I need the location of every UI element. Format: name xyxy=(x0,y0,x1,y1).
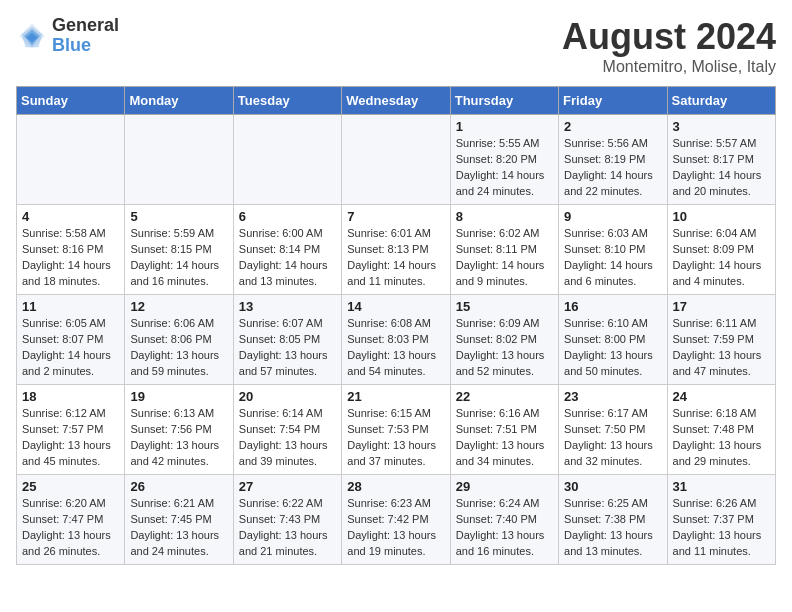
calendar-cell: 13Sunrise: 6:07 AM Sunset: 8:05 PM Dayli… xyxy=(233,295,341,385)
day-info: Sunrise: 6:05 AM Sunset: 8:07 PM Dayligh… xyxy=(22,316,119,380)
calendar-cell: 2Sunrise: 5:56 AM Sunset: 8:19 PM Daylig… xyxy=(559,115,667,205)
calendar-cell: 27Sunrise: 6:22 AM Sunset: 7:43 PM Dayli… xyxy=(233,475,341,565)
day-info: Sunrise: 6:12 AM Sunset: 7:57 PM Dayligh… xyxy=(22,406,119,470)
calendar-cell: 22Sunrise: 6:16 AM Sunset: 7:51 PM Dayli… xyxy=(450,385,558,475)
day-info: Sunrise: 6:02 AM Sunset: 8:11 PM Dayligh… xyxy=(456,226,553,290)
day-number: 31 xyxy=(673,479,770,494)
day-number: 18 xyxy=(22,389,119,404)
calendar-cell: 20Sunrise: 6:14 AM Sunset: 7:54 PM Dayli… xyxy=(233,385,341,475)
week-row-5: 25Sunrise: 6:20 AM Sunset: 7:47 PM Dayli… xyxy=(17,475,776,565)
calendar-cell: 14Sunrise: 6:08 AM Sunset: 8:03 PM Dayli… xyxy=(342,295,450,385)
day-info: Sunrise: 6:14 AM Sunset: 7:54 PM Dayligh… xyxy=(239,406,336,470)
calendar-cell: 26Sunrise: 6:21 AM Sunset: 7:45 PM Dayli… xyxy=(125,475,233,565)
calendar-cell: 9Sunrise: 6:03 AM Sunset: 8:10 PM Daylig… xyxy=(559,205,667,295)
day-info: Sunrise: 6:08 AM Sunset: 8:03 PM Dayligh… xyxy=(347,316,444,380)
calendar-cell: 10Sunrise: 6:04 AM Sunset: 8:09 PM Dayli… xyxy=(667,205,775,295)
calendar-cell: 7Sunrise: 6:01 AM Sunset: 8:13 PM Daylig… xyxy=(342,205,450,295)
logo-text: General Blue xyxy=(52,16,119,56)
calendar-cell: 25Sunrise: 6:20 AM Sunset: 7:47 PM Dayli… xyxy=(17,475,125,565)
day-info: Sunrise: 6:03 AM Sunset: 8:10 PM Dayligh… xyxy=(564,226,661,290)
day-number: 13 xyxy=(239,299,336,314)
calendar-cell: 8Sunrise: 6:02 AM Sunset: 8:11 PM Daylig… xyxy=(450,205,558,295)
calendar-table: SundayMondayTuesdayWednesdayThursdayFrid… xyxy=(16,86,776,565)
weekday-header-wednesday: Wednesday xyxy=(342,87,450,115)
calendar-cell: 1Sunrise: 5:55 AM Sunset: 8:20 PM Daylig… xyxy=(450,115,558,205)
day-number: 7 xyxy=(347,209,444,224)
day-number: 24 xyxy=(673,389,770,404)
day-number: 12 xyxy=(130,299,227,314)
weekday-header-friday: Friday xyxy=(559,87,667,115)
logo: General Blue xyxy=(16,16,119,56)
day-number: 3 xyxy=(673,119,770,134)
calendar-cell: 29Sunrise: 6:24 AM Sunset: 7:40 PM Dayli… xyxy=(450,475,558,565)
day-number: 26 xyxy=(130,479,227,494)
day-info: Sunrise: 6:16 AM Sunset: 7:51 PM Dayligh… xyxy=(456,406,553,470)
day-number: 15 xyxy=(456,299,553,314)
day-number: 11 xyxy=(22,299,119,314)
week-row-4: 18Sunrise: 6:12 AM Sunset: 7:57 PM Dayli… xyxy=(17,385,776,475)
calendar-cell: 28Sunrise: 6:23 AM Sunset: 7:42 PM Dayli… xyxy=(342,475,450,565)
day-number: 29 xyxy=(456,479,553,494)
day-number: 16 xyxy=(564,299,661,314)
calendar-cell xyxy=(125,115,233,205)
day-number: 1 xyxy=(456,119,553,134)
title-block: August 2024 Montemitro, Molise, Italy xyxy=(562,16,776,76)
day-info: Sunrise: 6:22 AM Sunset: 7:43 PM Dayligh… xyxy=(239,496,336,560)
calendar-cell xyxy=(233,115,341,205)
day-number: 19 xyxy=(130,389,227,404)
day-info: Sunrise: 5:58 AM Sunset: 8:16 PM Dayligh… xyxy=(22,226,119,290)
main-title: August 2024 xyxy=(562,16,776,58)
day-info: Sunrise: 6:21 AM Sunset: 7:45 PM Dayligh… xyxy=(130,496,227,560)
week-row-1: 1Sunrise: 5:55 AM Sunset: 8:20 PM Daylig… xyxy=(17,115,776,205)
day-number: 23 xyxy=(564,389,661,404)
day-info: Sunrise: 6:13 AM Sunset: 7:56 PM Dayligh… xyxy=(130,406,227,470)
calendar-cell xyxy=(342,115,450,205)
day-info: Sunrise: 5:55 AM Sunset: 8:20 PM Dayligh… xyxy=(456,136,553,200)
day-number: 14 xyxy=(347,299,444,314)
day-number: 2 xyxy=(564,119,661,134)
day-number: 4 xyxy=(22,209,119,224)
subtitle: Montemitro, Molise, Italy xyxy=(562,58,776,76)
day-info: Sunrise: 6:06 AM Sunset: 8:06 PM Dayligh… xyxy=(130,316,227,380)
weekday-header-saturday: Saturday xyxy=(667,87,775,115)
calendar-cell: 5Sunrise: 5:59 AM Sunset: 8:15 PM Daylig… xyxy=(125,205,233,295)
day-number: 10 xyxy=(673,209,770,224)
weekday-header-sunday: Sunday xyxy=(17,87,125,115)
calendar-cell: 18Sunrise: 6:12 AM Sunset: 7:57 PM Dayli… xyxy=(17,385,125,475)
day-info: Sunrise: 6:25 AM Sunset: 7:38 PM Dayligh… xyxy=(564,496,661,560)
day-info: Sunrise: 6:10 AM Sunset: 8:00 PM Dayligh… xyxy=(564,316,661,380)
page-header: General Blue August 2024 Montemitro, Mol… xyxy=(16,16,776,76)
week-row-2: 4Sunrise: 5:58 AM Sunset: 8:16 PM Daylig… xyxy=(17,205,776,295)
weekday-header-monday: Monday xyxy=(125,87,233,115)
day-number: 28 xyxy=(347,479,444,494)
day-info: Sunrise: 6:07 AM Sunset: 8:05 PM Dayligh… xyxy=(239,316,336,380)
day-number: 20 xyxy=(239,389,336,404)
day-info: Sunrise: 6:23 AM Sunset: 7:42 PM Dayligh… xyxy=(347,496,444,560)
day-info: Sunrise: 6:18 AM Sunset: 7:48 PM Dayligh… xyxy=(673,406,770,470)
calendar-cell: 24Sunrise: 6:18 AM Sunset: 7:48 PM Dayli… xyxy=(667,385,775,475)
calendar-cell: 23Sunrise: 6:17 AM Sunset: 7:50 PM Dayli… xyxy=(559,385,667,475)
day-number: 8 xyxy=(456,209,553,224)
day-info: Sunrise: 6:24 AM Sunset: 7:40 PM Dayligh… xyxy=(456,496,553,560)
day-number: 9 xyxy=(564,209,661,224)
weekday-header-tuesday: Tuesday xyxy=(233,87,341,115)
day-number: 5 xyxy=(130,209,227,224)
calendar-cell: 3Sunrise: 5:57 AM Sunset: 8:17 PM Daylig… xyxy=(667,115,775,205)
day-info: Sunrise: 6:26 AM Sunset: 7:37 PM Dayligh… xyxy=(673,496,770,560)
day-number: 6 xyxy=(239,209,336,224)
week-row-3: 11Sunrise: 6:05 AM Sunset: 8:07 PM Dayli… xyxy=(17,295,776,385)
calendar-cell: 12Sunrise: 6:06 AM Sunset: 8:06 PM Dayli… xyxy=(125,295,233,385)
day-info: Sunrise: 6:04 AM Sunset: 8:09 PM Dayligh… xyxy=(673,226,770,290)
day-number: 21 xyxy=(347,389,444,404)
calendar-cell xyxy=(17,115,125,205)
day-number: 27 xyxy=(239,479,336,494)
day-info: Sunrise: 6:01 AM Sunset: 8:13 PM Dayligh… xyxy=(347,226,444,290)
day-info: Sunrise: 5:57 AM Sunset: 8:17 PM Dayligh… xyxy=(673,136,770,200)
day-info: Sunrise: 6:15 AM Sunset: 7:53 PM Dayligh… xyxy=(347,406,444,470)
day-info: Sunrise: 6:09 AM Sunset: 8:02 PM Dayligh… xyxy=(456,316,553,380)
day-info: Sunrise: 6:00 AM Sunset: 8:14 PM Dayligh… xyxy=(239,226,336,290)
calendar-cell: 4Sunrise: 5:58 AM Sunset: 8:16 PM Daylig… xyxy=(17,205,125,295)
calendar-cell: 31Sunrise: 6:26 AM Sunset: 7:37 PM Dayli… xyxy=(667,475,775,565)
calendar-cell: 16Sunrise: 6:10 AM Sunset: 8:00 PM Dayli… xyxy=(559,295,667,385)
calendar-cell: 19Sunrise: 6:13 AM Sunset: 7:56 PM Dayli… xyxy=(125,385,233,475)
